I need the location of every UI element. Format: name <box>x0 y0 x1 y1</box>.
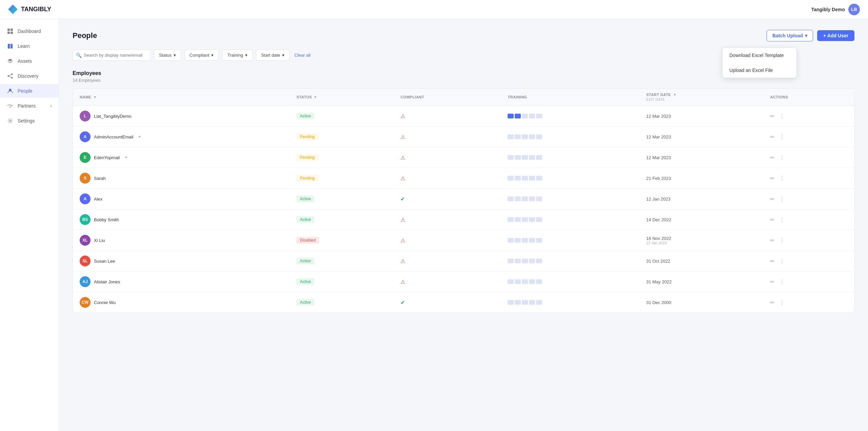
cell-actions: ✏ ⋮ <box>763 251 854 271</box>
edit-icon[interactable]: ✏ <box>770 258 774 264</box>
edit-icon[interactable]: ✏ <box>770 279 774 285</box>
status-filter[interactable]: Status ▾ <box>154 50 181 61</box>
col-name[interactable]: NAME ▾ <box>73 89 290 106</box>
col-start-date[interactable]: START DATE ▾ EXIT DATE <box>639 89 764 106</box>
more-options-icon[interactable]: ⋮ <box>779 175 785 182</box>
start-date-filter[interactable]: Start date ▾ <box>256 50 290 61</box>
edit-icon[interactable]: ✏ <box>770 113 774 119</box>
table-row: AJ Alistair Jones Active ⚠ 31 May 2022 ✏… <box>73 271 854 292</box>
user-avatar: CW <box>80 297 91 308</box>
user-name: Tangibly Demo <box>811 7 845 12</box>
edit-icon[interactable]: ✏ <box>770 217 774 223</box>
cell-status: Active <box>290 209 394 230</box>
layers-icon <box>7 58 14 64</box>
svg-point-7 <box>8 75 9 77</box>
cell-name: SL Susan Lee <box>73 251 290 271</box>
compliant-error-icon: ⚠ <box>400 238 405 243</box>
status-badge: Pending <box>296 133 318 140</box>
cell-status: Active <box>290 292 394 313</box>
sidebar-item-settings[interactable]: Settings <box>0 114 59 128</box>
add-user-button[interactable]: + Add User <box>817 30 854 41</box>
sort-icon: ▾ <box>314 95 317 99</box>
more-options-icon[interactable]: ⋮ <box>779 258 785 264</box>
training-bars <box>508 279 632 284</box>
edit-icon[interactable]: ✏ <box>770 175 774 182</box>
chevron-right-icon: › <box>51 104 52 108</box>
sidebar-item-dashboard[interactable]: Dashboard <box>0 24 59 38</box>
cell-date: 12 Mar 2023 <box>639 147 764 168</box>
status-badge: Disabled <box>296 237 319 244</box>
upload-excel-item[interactable]: Upload an Excel File <box>723 63 796 78</box>
edit-icon[interactable]: ✏ <box>770 237 774 244</box>
more-options-icon[interactable]: ⋮ <box>779 134 785 140</box>
cell-date: 12 Mar 2023 <box>639 127 764 147</box>
sidebar-label-dashboard: Dashboard <box>18 29 41 34</box>
compliant-error-icon: ⚠ <box>400 134 405 140</box>
chevron-down-icon: ▾ <box>282 53 284 58</box>
user-avatar: AJ <box>80 276 91 287</box>
status-badge: Active <box>296 278 314 285</box>
sidebar-item-assets[interactable]: Assets <box>0 54 59 68</box>
cell-date: 31 May 2022 <box>639 271 764 292</box>
clear-all-button[interactable]: Clear all <box>294 53 311 58</box>
cell-date: 12 Mar 2023 <box>639 106 764 127</box>
more-options-icon[interactable]: ⋮ <box>779 113 785 119</box>
cell-actions: ✏ ⋮ <box>763 230 854 251</box>
user-name-text: Liat_TangiblyDemo <box>94 114 132 119</box>
cell-compliant: ⚠ <box>394 230 501 251</box>
cell-date: 31 Dec 2000 <box>639 292 764 313</box>
download-template-item[interactable]: Download Excel Template <box>723 48 796 63</box>
more-options-icon[interactable]: ⋮ <box>779 237 785 244</box>
more-options-icon[interactable]: ⋮ <box>779 299 785 306</box>
compliant-error-icon: ⚠ <box>400 279 405 285</box>
edit-icon[interactable]: ✏ <box>770 154 774 161</box>
settings-icon: ✦ <box>138 134 141 139</box>
user-name-text: Susan Lee <box>94 259 115 264</box>
cell-actions: ✏ ⋮ <box>763 189 854 209</box>
main-content: People Batch Upload ▾ + Add User Downloa… <box>59 19 868 431</box>
status-badge: Pending <box>296 154 318 161</box>
exit-date: 12 Jan 2023 <box>646 241 757 245</box>
logo[interactable]: TANGIBLY <box>8 5 51 14</box>
table-header-row: NAME ▾ STATUS ▾ COMPLIANT TRAINING START <box>73 89 854 106</box>
cell-actions: ✏ ⋮ <box>763 127 854 147</box>
training-bars <box>508 176 632 181</box>
search-wrap: 🔍 <box>73 50 151 61</box>
more-options-icon[interactable]: ⋮ <box>779 279 785 285</box>
batch-upload-label: Batch Upload <box>772 33 803 38</box>
sort-icon: ▾ <box>674 93 676 97</box>
employees-table: NAME ▾ STATUS ▾ COMPLIANT TRAINING START <box>73 89 854 313</box>
svg-point-6 <box>11 74 13 75</box>
more-options-icon[interactable]: ⋮ <box>779 217 785 223</box>
more-options-icon[interactable]: ⋮ <box>779 154 785 161</box>
cell-date: 14 Dec 2022 <box>639 209 764 230</box>
chevron-down-icon: ▾ <box>174 53 176 58</box>
user-name-text: Xi Liu <box>94 238 105 243</box>
sidebar-item-learn[interactable]: Learn <box>0 39 59 53</box>
training-filter[interactable]: Training ▾ <box>222 50 252 61</box>
sidebar-item-partners[interactable]: Partners › <box>0 99 59 113</box>
batch-upload-button[interactable]: Batch Upload ▾ <box>767 30 813 41</box>
svg-rect-4 <box>8 44 10 49</box>
user-avatar: S <box>80 173 91 184</box>
svg-point-8 <box>11 77 13 79</box>
more-options-icon[interactable]: ⋮ <box>779 196 785 202</box>
avatar[interactable]: LB <box>848 4 860 15</box>
svg-rect-3 <box>11 32 13 34</box>
sidebar-item-people[interactable]: People <box>0 84 59 98</box>
svg-line-9 <box>9 75 11 76</box>
edit-icon[interactable]: ✏ <box>770 134 774 140</box>
edit-icon[interactable]: ✏ <box>770 196 774 202</box>
sidebar-item-discovery[interactable]: Discovery <box>0 69 59 83</box>
cell-status: Active <box>290 271 394 292</box>
user-avatar: E <box>80 152 91 163</box>
search-input[interactable] <box>73 50 151 61</box>
svg-rect-2 <box>7 32 10 34</box>
edit-icon[interactable]: ✏ <box>770 299 774 306</box>
col-status[interactable]: STATUS ▾ <box>290 89 394 106</box>
start-date: 12 Mar 2023 <box>646 134 757 139</box>
training-bars <box>508 114 632 118</box>
status-badge: Active <box>296 195 314 202</box>
compliant-filter[interactable]: Compliant ▾ <box>184 50 219 61</box>
cell-name: BS Bobby Smith <box>73 209 290 230</box>
